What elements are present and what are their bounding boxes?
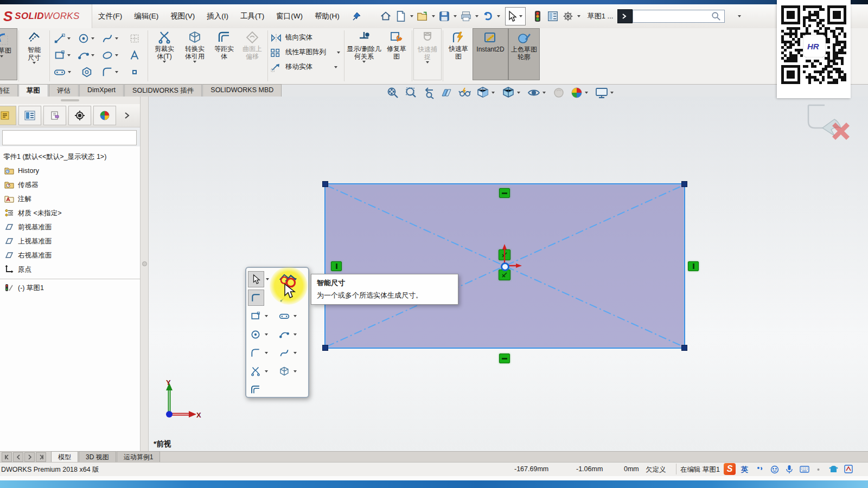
- constraint-vertical-left[interactable]: [331, 261, 342, 271]
- hide-show-dropdown[interactable]: [542, 92, 546, 94]
- display-relations-dropdown[interactable]: [362, 61, 366, 63]
- linear-pattern-button[interactable]: 线性草图阵列: [269, 45, 343, 60]
- tab-dimxpert[interactable]: DimXpert: [79, 84, 124, 97]
- print-dropdown[interactable]: [475, 15, 478, 17]
- ime-microphone-icon[interactable]: [786, 465, 793, 474]
- doc-tab-3dviews[interactable]: 3D 视图: [79, 451, 116, 463]
- palette-fillet-tool[interactable]: [248, 345, 263, 361]
- exit-sketch-button[interactable]: 出草图: [0, 28, 17, 80]
- vertex-handle-top-right[interactable]: [681, 181, 687, 187]
- line-tool[interactable]: [54, 33, 66, 44]
- palette-spline-tool[interactable]: [277, 345, 292, 361]
- apply-scene-dropdown[interactable]: [585, 92, 588, 94]
- text-tool[interactable]: [129, 49, 141, 61]
- palette-trim-tool[interactable]: [248, 364, 263, 379]
- panel-collapse-handle[interactable]: [0, 97, 140, 105]
- ime-mode-icon[interactable]: [844, 465, 853, 473]
- menu-window[interactable]: 窗口(W): [270, 8, 309, 24]
- fillet-tool[interactable]: [101, 66, 113, 78]
- hide-show-items-button[interactable]: [527, 86, 547, 99]
- offset-entities-button[interactable]: 等距实体: [210, 28, 238, 80]
- palette-select-tool[interactable]: [248, 271, 264, 287]
- tab-featuremanager-tree[interactable]: [0, 106, 16, 125]
- spline-dropdown[interactable]: [115, 37, 118, 40]
- smart-dimension-dropdown[interactable]: [33, 62, 36, 64]
- polygon-tool[interactable]: [81, 66, 93, 78]
- previous-view-button[interactable]: [422, 86, 435, 99]
- tab-evaluate[interactable]: 评估: [49, 84, 79, 97]
- ime-skin-icon[interactable]: [829, 465, 838, 473]
- palette-convert-tool[interactable]: [277, 364, 292, 379]
- select-tool-button[interactable]: [505, 7, 526, 25]
- move-entities-dropdown[interactable]: [334, 66, 337, 68]
- palette-rectangle-tool[interactable]: [248, 309, 263, 324]
- tree-root-part[interactable]: 零件1 (默认<<默认>_显示状态 1>): [0, 150, 140, 164]
- arc-tool[interactable]: [78, 49, 90, 61]
- menu-view[interactable]: 视图(V): [164, 8, 201, 24]
- view-settings-button[interactable]: [595, 86, 615, 99]
- panel-splitter[interactable]: [140, 97, 149, 451]
- exit-sketch-dropdown[interactable]: [0, 55, 3, 57]
- convert-entities-button[interactable]: 转换实体引用: [180, 28, 210, 80]
- ime-smiley-icon[interactable]: [770, 465, 779, 474]
- ime-toolbox-icon[interactable]: [815, 466, 822, 473]
- palette-rectangle-dropdown[interactable]: [265, 315, 268, 317]
- palette-convert-dropdown[interactable]: [293, 370, 297, 373]
- tab-nav-first[interactable]: [2, 452, 12, 462]
- instant2d-button[interactable]: Instant2D: [473, 28, 508, 80]
- tab-nav-last[interactable]: [36, 452, 46, 462]
- menu-edit[interactable]: 编辑(E): [128, 8, 164, 24]
- tree-item-front-plane[interactable]: 前视基准面: [0, 220, 140, 234]
- options-gear-button[interactable]: [560, 8, 576, 24]
- palette-slot-dropdown[interactable]: [293, 315, 297, 317]
- menu-file[interactable]: 文件(F): [92, 8, 128, 24]
- palette-offset-tool[interactable]: [248, 382, 263, 397]
- tab-property-manager[interactable]: [18, 106, 41, 125]
- search-command-icon[interactable]: [617, 9, 633, 23]
- ellipse-dropdown[interactable]: [115, 54, 118, 56]
- ime-language-toggle[interactable]: 英: [741, 465, 748, 474]
- doc-tab-model[interactable]: 模型: [51, 451, 78, 463]
- tab-nav-next[interactable]: [24, 452, 35, 462]
- constraint-horizontal-top[interactable]: [499, 188, 510, 198]
- constraint-horizontal-bottom[interactable]: [499, 354, 510, 363]
- smart-dimension-button[interactable]: 智能尺寸: [20, 28, 48, 80]
- ellipse-tool[interactable]: [101, 49, 113, 61]
- view-orientation-button[interactable]: [476, 86, 496, 99]
- palette-select-dropdown[interactable]: [266, 278, 269, 280]
- 3d-drawing-view-button[interactable]: [458, 86, 471, 99]
- tree-item-sketch1[interactable]: (-) 草图1: [0, 281, 140, 295]
- point-tool[interactable]: [131, 68, 138, 76]
- vertex-handle-top-left[interactable]: [322, 181, 328, 187]
- new-doc-dropdown[interactable]: [410, 15, 413, 17]
- spline-tool[interactable]: [101, 33, 113, 44]
- palette-sketch-tool[interactable]: [248, 290, 264, 306]
- tree-item-material[interactable]: 材质 <未指定>: [0, 206, 140, 220]
- convert-dropdown[interactable]: [193, 61, 196, 63]
- tab-display-manager[interactable]: [93, 106, 116, 125]
- arc-dropdown[interactable]: [91, 54, 94, 56]
- tree-item-origin[interactable]: 原点: [0, 262, 140, 277]
- vertex-handle-bottom-right[interactable]: [681, 345, 687, 351]
- pin-menu-icon[interactable]: [349, 8, 364, 24]
- palette-circle-dropdown[interactable]: [265, 333, 268, 336]
- apply-scene-button[interactable]: [570, 86, 590, 99]
- open-dropdown[interactable]: [432, 15, 435, 17]
- view-settings-dropdown[interactable]: [610, 92, 614, 94]
- panel-tabs-expand-chevron[interactable]: [124, 112, 130, 119]
- circle-dropdown[interactable]: [91, 37, 94, 40]
- line-dropdown[interactable]: [67, 37, 71, 40]
- traffic-light-icon[interactable]: [530, 8, 545, 24]
- doc-tab-motion-study[interactable]: 运动算例1: [117, 451, 161, 463]
- tree-item-annotations[interactable]: 注解: [0, 192, 140, 206]
- select-tool-dropdown[interactable]: [519, 15, 522, 17]
- menu-tools[interactable]: 工具(T): [234, 8, 270, 24]
- new-document-button[interactable]: [393, 8, 409, 24]
- tab-sketch[interactable]: 草图: [18, 84, 48, 97]
- save-button[interactable]: [437, 8, 452, 24]
- move-entities-button[interactable]: 移动实体: [269, 60, 343, 74]
- trim-dropdown[interactable]: [163, 61, 166, 63]
- search-magnifier-icon[interactable]: [709, 8, 724, 24]
- ime-keyboard-icon[interactable]: [800, 466, 809, 473]
- palette-arc-tool[interactable]: [277, 327, 292, 342]
